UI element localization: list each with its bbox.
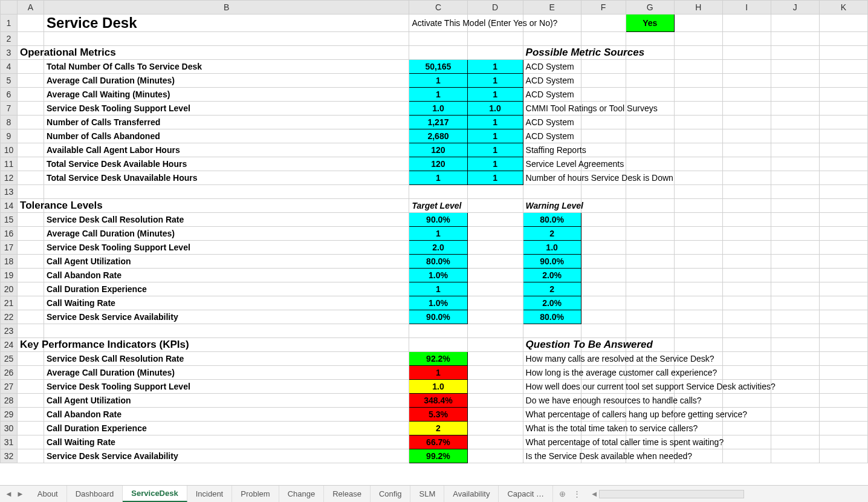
row-6[interactable]: 6Average Call Waiting (Minutes)11ACD Sys… <box>1 88 868 102</box>
cell[interactable] <box>771 15 819 32</box>
tolerance-warning[interactable]: 2 <box>523 227 581 241</box>
cell[interactable] <box>44 324 409 338</box>
row-22[interactable]: 22Service Desk Service Availability90.0%… <box>1 310 868 324</box>
cell[interactable] <box>771 394 819 408</box>
cell[interactable] <box>467 422 523 435</box>
cell[interactable] <box>581 213 626 227</box>
tolerance-target[interactable]: 1 <box>409 227 467 241</box>
row-header[interactable]: 12 <box>1 171 18 185</box>
cell[interactable] <box>722 116 771 129</box>
cell[interactable] <box>819 255 867 269</box>
metric-label[interactable]: Service Desk Tooling Support Level <box>44 102 409 116</box>
cell[interactable] <box>674 241 722 255</box>
cell[interactable] <box>467 435 523 449</box>
cell[interactable] <box>581 143 626 157</box>
kpi-label[interactable]: Call Agent Utilization <box>44 394 409 408</box>
row-21[interactable]: 21Call Waiting Rate1.0%2.0% <box>1 296 868 310</box>
row-header[interactable]: 14 <box>1 199 18 213</box>
sheet-tab-release[interactable]: Release <box>324 486 371 502</box>
kpi-question[interactable]: How well does our current tool set suppo… <box>523 380 581 394</box>
horizontal-scrollbar[interactable]: ◄ <box>587 486 868 502</box>
kpi-value[interactable]: 1 <box>409 366 467 380</box>
cell[interactable] <box>771 143 819 157</box>
metric-value-d[interactable]: 1 <box>467 88 523 102</box>
cell[interactable] <box>722 269 771 282</box>
row-31[interactable]: 31Call Waiting Rate66.7%What percentage … <box>1 435 868 449</box>
cell[interactable] <box>581 449 626 463</box>
cell[interactable] <box>771 324 819 338</box>
cell[interactable] <box>626 116 674 129</box>
cell[interactable] <box>674 116 722 129</box>
cell[interactable] <box>722 15 771 32</box>
tolerance-warning[interactable]: 2.0% <box>523 269 581 282</box>
cell[interactable] <box>722 352 771 366</box>
row-29[interactable]: 29Call Abandon Rate5.3%What percentage o… <box>1 408 868 422</box>
metric-label[interactable]: Average Call Waiting (Minutes) <box>44 88 409 102</box>
cell[interactable] <box>523 15 581 32</box>
cell[interactable] <box>674 171 722 185</box>
col-header[interactable]: F <box>581 1 626 15</box>
row-13[interactable]: 13 <box>1 185 868 199</box>
cell[interactable] <box>626 213 674 227</box>
cell[interactable] <box>722 282 771 296</box>
cell[interactable] <box>771 408 819 422</box>
cell[interactable] <box>722 227 771 241</box>
cell[interactable] <box>626 143 674 157</box>
cell[interactable] <box>626 449 674 463</box>
kpi-value[interactable]: 1.0 <box>409 380 467 394</box>
cell[interactable] <box>771 338 819 352</box>
metric-value-d[interactable]: 1 <box>467 74 523 88</box>
cell[interactable] <box>467 310 523 324</box>
cell[interactable] <box>722 143 771 157</box>
col-header[interactable]: B <box>44 1 409 15</box>
tolerance-label[interactable]: Service Desk Call Resolution Rate <box>44 213 409 227</box>
cell[interactable] <box>674 157 722 171</box>
cell[interactable] <box>409 32 467 46</box>
column-header-row[interactable]: A B C D E F G H I J K <box>1 1 868 15</box>
cell[interactable] <box>581 324 626 338</box>
cell[interactable] <box>722 449 771 463</box>
cell[interactable] <box>626 435 674 449</box>
metric-source[interactable]: ACD System <box>523 116 581 129</box>
cell[interactable] <box>722 213 771 227</box>
cell[interactable] <box>581 422 626 435</box>
cell[interactable] <box>674 310 722 324</box>
row-header[interactable]: 31 <box>1 435 18 449</box>
cell[interactable] <box>18 143 44 157</box>
cell[interactable] <box>626 46 674 60</box>
kpi-label[interactable]: Service Desk Call Resolution Rate <box>44 352 409 366</box>
sheet-tab-servicedesk[interactable]: ServiceDesk <box>123 486 187 502</box>
metric-label[interactable]: Average Call Duration (Minutes) <box>44 74 409 88</box>
tolerance-warning[interactable]: 2 <box>523 282 581 296</box>
cell[interactable] <box>18 15 44 32</box>
cell[interactable] <box>771 157 819 171</box>
cell[interactable] <box>581 102 626 116</box>
col-header[interactable]: E <box>523 1 581 15</box>
cell[interactable] <box>771 88 819 102</box>
cell[interactable] <box>581 380 626 394</box>
cell[interactable] <box>771 185 819 199</box>
cell[interactable] <box>674 366 722 380</box>
row-header[interactable]: 27 <box>1 380 18 394</box>
cell[interactable] <box>18 129 44 143</box>
scroll-left-icon[interactable]: ◄ <box>589 489 599 498</box>
metric-value-c[interactable]: 1 <box>409 74 467 88</box>
cell[interactable] <box>467 408 523 422</box>
metric-value-d[interactable]: 1 <box>467 116 523 129</box>
cell[interactable] <box>674 143 722 157</box>
cell[interactable] <box>626 227 674 241</box>
cell[interactable] <box>626 394 674 408</box>
cell[interactable] <box>819 15 867 32</box>
cell[interactable] <box>771 32 819 46</box>
tolerance-warning[interactable]: 80.0% <box>523 213 581 227</box>
cell[interactable] <box>581 15 626 32</box>
kpi-question[interactable]: What percentage of callers hang up befor… <box>523 408 581 422</box>
cell[interactable] <box>626 102 674 116</box>
metric-value-c[interactable]: 1.0 <box>409 102 467 116</box>
metric-source[interactable]: CMMI Tool Ratings or Tool Surveys <box>523 102 581 116</box>
cell[interactable] <box>18 32 44 46</box>
cell[interactable] <box>581 338 626 352</box>
cell[interactable] <box>674 449 722 463</box>
cell[interactable] <box>467 282 523 296</box>
cell[interactable] <box>18 422 44 435</box>
